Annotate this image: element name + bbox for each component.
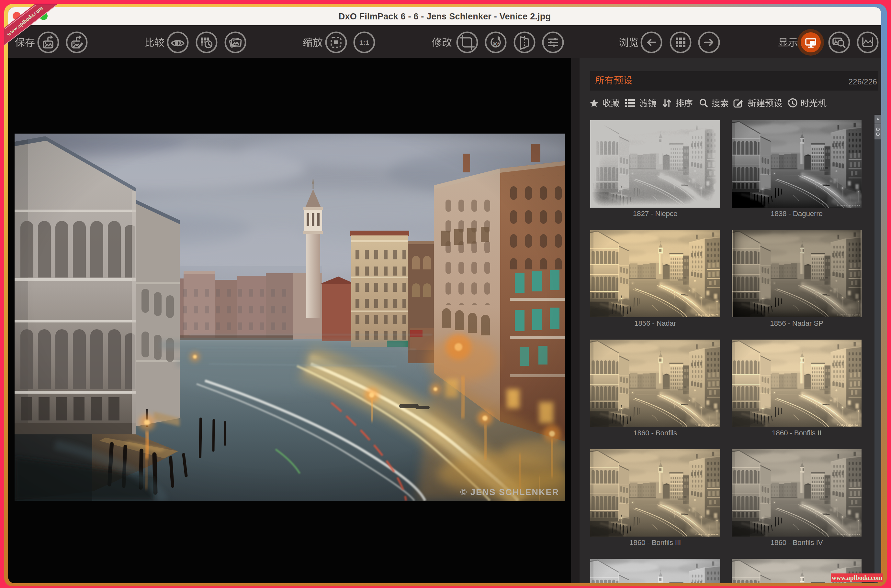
svg-text:www.aplboda.com: www.aplboda.com (5, 4, 44, 37)
svg-text:1:1: 1:1 (360, 39, 369, 46)
svg-text:90°: 90° (492, 41, 499, 46)
